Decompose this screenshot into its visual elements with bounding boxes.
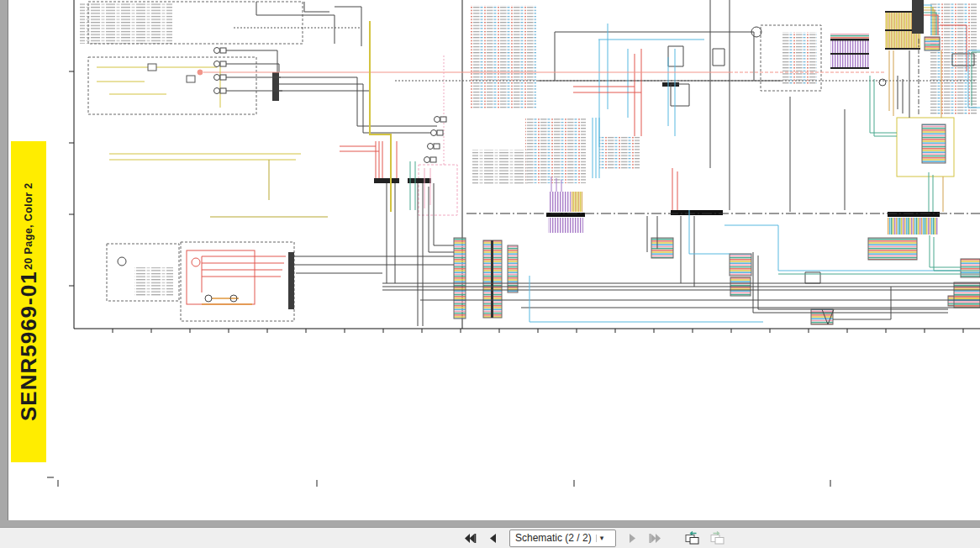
first-drawing-button[interactable] [461,531,479,545]
wiring-schematic [0,0,980,521]
schematic-viewer: SENR5969-01 20 Page, Color 2 Schematic (… [0,0,980,548]
document-tab[interactable]: SENR5969-01 20 Page, Color 2 [11,141,46,462]
chevron-down-icon: ▾ [596,535,604,542]
triangle-right-icon [626,532,639,545]
last-drawing-button[interactable] [646,531,664,545]
navigation-toolbar: Schematic (2 / 2) ▾ [0,527,980,548]
wires-salmon [198,70,884,75]
triangle-left-icon [487,532,499,545]
skip-forward-icon [648,532,662,545]
document-number: SENR5969-01 [16,271,42,422]
navigation-controls: Schematic (2 / 2) ▾ [461,530,727,547]
previous-drawing-button[interactable] [485,531,501,545]
skip-back-icon [463,532,477,545]
sheet-back-arrow-icon [684,531,700,545]
wires-cyan [530,24,980,322]
back-sheet-button[interactable] [682,530,702,545]
document-subtitle: 20 Page, Color 2 [23,182,34,270]
page-selector-value: Schematic (2 / 2) [515,532,592,544]
next-drawing-button[interactable] [624,531,640,545]
forward-sheet-button[interactable] [708,530,727,545]
page-selector[interactable]: Schematic (2 / 2) ▾ [509,530,616,547]
document-tab-text: SENR5969-01 20 Page, Color 2 [11,141,46,462]
sheet-forward-arrow-icon [709,531,725,545]
